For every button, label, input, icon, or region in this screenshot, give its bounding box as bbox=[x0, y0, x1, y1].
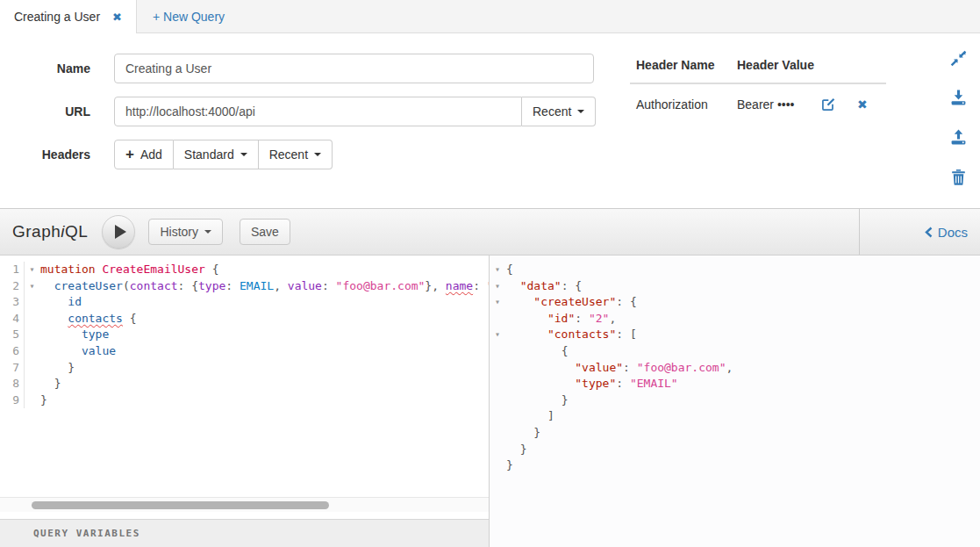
code-line: 6 value bbox=[0, 343, 489, 360]
query-variables-bar[interactable]: QUERY VARIABLES bbox=[0, 519, 489, 547]
code-line: 7 } bbox=[0, 360, 489, 377]
fold-gutter bbox=[25, 376, 39, 392]
headers-row: Headers + Add Standard Recent bbox=[0, 140, 614, 169]
code-line: "value": "foo@bar.com", bbox=[490, 360, 980, 377]
tab-creating-a-user[interactable]: Creating a User ✖ bbox=[0, 0, 137, 33]
save-button[interactable]: Save bbox=[240, 219, 290, 245]
fold-arrow-icon[interactable]: ▾ bbox=[490, 327, 505, 343]
plus-icon: + bbox=[125, 147, 134, 162]
headers-table: Header Name Header Value Authorization B… bbox=[630, 53, 886, 120]
code-text: "id": "2", bbox=[505, 311, 616, 327]
fold-gutter bbox=[25, 392, 39, 409]
recent-headers-dropdown[interactable]: Recent bbox=[259, 140, 333, 169]
code-line: 4 contacts { bbox=[0, 311, 489, 327]
fold-arrow-icon[interactable]: ▾ bbox=[25, 262, 39, 278]
code-text: createUser(contact: {type: EMAIL, value:… bbox=[39, 278, 489, 295]
tab-label: Creating a User bbox=[14, 10, 100, 24]
history-button[interactable]: History bbox=[148, 219, 223, 245]
code-line: } bbox=[490, 425, 980, 442]
query-editor[interactable]: 1▾mutation CreateEmailUser {2▾ createUse… bbox=[0, 256, 489, 547]
edit-header-icon[interactable] bbox=[821, 97, 836, 112]
url-recent-dropdown[interactable]: Recent bbox=[522, 97, 596, 126]
header-value-cell: Bearer •••• bbox=[737, 97, 821, 112]
fold-gutter bbox=[490, 392, 505, 409]
url-input[interactable] bbox=[114, 97, 522, 126]
graphiql-toolbar: GraphiQL History Save Docs bbox=[0, 208, 980, 256]
code-text: } bbox=[505, 442, 526, 458]
code-text: "type": "EMAIL" bbox=[505, 376, 678, 392]
url-label: URL bbox=[0, 104, 90, 119]
code-text: } bbox=[505, 425, 540, 442]
new-query-tab[interactable]: + New Query bbox=[137, 0, 240, 32]
line-number: 9 bbox=[0, 392, 25, 409]
code-line: 3 id bbox=[0, 294, 489, 311]
code-text: } bbox=[39, 360, 75, 377]
code-text: mutation CreateEmailUser { bbox=[39, 262, 219, 278]
graphiql-logo: GraphiQL bbox=[12, 222, 88, 241]
fold-gutter bbox=[490, 425, 505, 442]
code-line: ] bbox=[490, 408, 980, 425]
code-line: "type": "EMAIL" bbox=[490, 376, 980, 392]
fold-gutter bbox=[25, 343, 39, 360]
code-text: "createUser": { bbox=[505, 294, 637, 311]
line-number: 4 bbox=[0, 311, 25, 327]
code-line: ▾ "createUser": { bbox=[490, 294, 980, 311]
line-number: 3 bbox=[0, 294, 25, 311]
execute-button[interactable] bbox=[102, 215, 135, 248]
remove-header-icon[interactable]: ✖ bbox=[857, 97, 868, 112]
standard-headers-dropdown[interactable]: Standard bbox=[174, 140, 259, 169]
header-name-column: Header Name bbox=[636, 58, 737, 72]
chevron-down-icon bbox=[577, 110, 584, 113]
code-text: id bbox=[39, 294, 82, 311]
line-number: 8 bbox=[0, 376, 25, 392]
compress-icon[interactable] bbox=[949, 49, 968, 68]
fold-arrow-icon[interactable]: ▾ bbox=[490, 278, 505, 295]
code-text: "contacts": [ bbox=[505, 327, 637, 343]
import-icon[interactable] bbox=[949, 89, 968, 107]
chevron-down-icon bbox=[314, 153, 321, 156]
code-text: { bbox=[505, 343, 568, 360]
fold-gutter bbox=[490, 311, 505, 327]
headers-label: Headers bbox=[0, 148, 90, 162]
line-number: 5 bbox=[0, 327, 25, 343]
header-name-cell: Authorization bbox=[636, 97, 737, 112]
app-window: Creating a User ✖ + New Query Name URL R… bbox=[0, 0, 980, 547]
code-line: "id": "2", bbox=[490, 311, 980, 327]
name-input[interactable] bbox=[114, 54, 594, 83]
header-value-column: Header Value bbox=[737, 58, 814, 72]
code-line: } bbox=[490, 457, 980, 474]
line-number: 7 bbox=[0, 360, 25, 377]
tab-bar: Creating a User ✖ + New Query bbox=[0, 0, 980, 33]
fold-gutter bbox=[25, 294, 39, 311]
line-number: 2 bbox=[0, 278, 25, 295]
scrollbar-thumb[interactable] bbox=[32, 501, 329, 509]
fold-gutter bbox=[490, 376, 505, 392]
name-label: Name bbox=[0, 61, 90, 76]
url-row: URL Recent bbox=[0, 97, 614, 126]
fold-arrow-icon[interactable]: ▾ bbox=[490, 294, 505, 311]
result-viewer: ▾{▾ "data": {▾ "createUser": { "id": "2"… bbox=[490, 256, 980, 547]
code-text: value bbox=[39, 343, 116, 360]
fold-gutter bbox=[490, 457, 505, 474]
horizontal-scrollbar bbox=[0, 497, 489, 512]
fold-gutter bbox=[490, 442, 505, 458]
add-header-button[interactable]: + Add bbox=[114, 140, 174, 169]
tab-close-icon[interactable]: ✖ bbox=[112, 11, 122, 24]
export-icon[interactable] bbox=[949, 128, 968, 147]
play-icon bbox=[115, 225, 126, 239]
fold-arrow-icon[interactable]: ▾ bbox=[490, 262, 505, 278]
code-text: "data": { bbox=[505, 278, 582, 295]
code-text: { bbox=[505, 262, 513, 278]
line-number: 1 bbox=[0, 262, 25, 278]
code-line: ▾{ bbox=[490, 262, 980, 278]
docs-button[interactable]: Docs bbox=[925, 225, 968, 240]
code-text: ] bbox=[505, 408, 554, 425]
request-form: Name URL Recent Headers + Add bbox=[0, 33, 614, 208]
chevron-down-icon bbox=[204, 230, 211, 234]
code-line: 9} bbox=[0, 392, 489, 409]
fold-gutter bbox=[490, 343, 505, 360]
fold-arrow-icon[interactable]: ▾ bbox=[25, 278, 39, 295]
code-line: 1▾mutation CreateEmailUser { bbox=[0, 262, 489, 278]
trash-icon[interactable] bbox=[949, 168, 968, 186]
headers-table-head: Header Name Header Value bbox=[630, 53, 886, 84]
